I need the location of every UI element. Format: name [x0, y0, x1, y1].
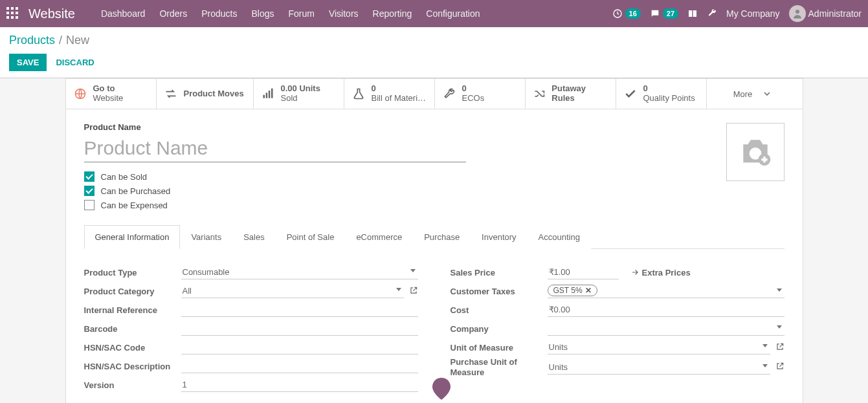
topbar: Website Dashboard Orders Products Blogs … [0, 0, 868, 27]
form-sheet: Go toWebsite Product Moves 0.00 UnitsSol… [65, 78, 803, 403]
nav-blogs[interactable]: Blogs [251, 8, 274, 19]
hsn-desc-label: HSN/SAC Description [84, 362, 181, 371]
tab-variants[interactable]: Variants [180, 225, 232, 249]
stat-bom[interactable]: 0Bill of Materi… [344, 79, 435, 109]
checkbox-icon [84, 171, 95, 182]
topbar-right: 16 27 My Company Administrator [612, 5, 862, 22]
svg-rect-0 [6, 7, 9, 10]
messages-button[interactable]: 27 [650, 8, 678, 19]
apps-icon[interactable] [6, 7, 18, 21]
nav-products[interactable]: Products [201, 8, 237, 19]
check-icon [624, 87, 637, 100]
external-link-icon[interactable] [775, 342, 785, 353]
barcode-input[interactable] [181, 321, 418, 336]
tab-sales[interactable]: Sales [232, 225, 276, 249]
breadcrumb: Products / New [9, 34, 859, 47]
chk-can-be-purchased[interactable]: Can be Purchased [84, 186, 785, 196]
version-input[interactable] [181, 378, 418, 392]
svg-rect-15 [263, 95, 265, 98]
svg-rect-5 [16, 12, 18, 14]
cost-input[interactable] [548, 303, 785, 317]
nav-visitors[interactable]: Visitors [329, 8, 359, 19]
transfer-icon [164, 87, 177, 100]
hsn-code-label: HSN/SAC Code [84, 343, 181, 353]
tabs: General Information Variants Sales Point… [84, 224, 785, 249]
purchase-uom-label: Purchase Unit ofMeasure [451, 357, 548, 377]
purchase-uom-select[interactable] [548, 360, 770, 375]
product-category-select[interactable] [181, 284, 404, 298]
tab-purchase[interactable]: Purchase [413, 225, 471, 249]
external-link-icon[interactable] [775, 362, 785, 373]
barcode-label: Barcode [84, 324, 181, 334]
tab-ecommerce[interactable]: eCommerce [345, 225, 413, 249]
nav-orders[interactable]: Orders [159, 8, 187, 19]
tab-inventory[interactable]: Inventory [471, 225, 527, 249]
remove-tag-icon[interactable]: ✕ [585, 286, 592, 295]
product-type-label: Product Type [84, 268, 181, 278]
wrench-icon[interactable] [707, 8, 717, 20]
stat-sold[interactable]: 0.00 UnitsSold [254, 79, 344, 109]
stat-more[interactable]: More [707, 79, 797, 109]
external-link-icon[interactable] [409, 286, 418, 297]
stat-quality[interactable]: 0Quality Points [616, 79, 707, 109]
uom-select[interactable] [548, 340, 770, 354]
chk-can-be-expensed[interactable]: Can be Expensed [84, 200, 785, 210]
internal-ref-input[interactable] [181, 303, 418, 317]
avatar [789, 5, 806, 22]
chk-can-be-sold[interactable]: Can be Sold [84, 171, 785, 182]
user-menu[interactable]: Administrator [789, 5, 862, 22]
checkbox-icon [84, 186, 95, 196]
camera-plus-icon [737, 134, 773, 170]
company-switcher[interactable]: My Company [726, 8, 779, 19]
flask-icon [352, 87, 365, 100]
internal-ref-label: Internal Reference [84, 305, 181, 315]
product-type-select[interactable] [181, 265, 418, 279]
checkbox-icon [84, 200, 95, 210]
breadcrumb-products[interactable]: Products [9, 34, 55, 47]
tab-accounting[interactable]: Accounting [528, 225, 591, 249]
tax-tag[interactable]: GST 5% ✕ [548, 285, 597, 296]
cost-label: Cost [451, 305, 548, 315]
activities-badge: 16 [625, 8, 641, 19]
save-button[interactable]: SAVE [9, 54, 47, 71]
user-name: Administrator [808, 8, 862, 19]
stat-ecos[interactable]: 0ECOs [435, 79, 526, 109]
tab-point-of-sale[interactable]: Point of Sale [276, 225, 346, 249]
nav-reporting[interactable]: Reporting [373, 8, 412, 19]
product-name-input[interactable] [84, 135, 466, 162]
nav-forum[interactable]: Forum [288, 8, 314, 19]
hsn-desc-input[interactable] [181, 359, 418, 373]
svg-rect-1 [11, 7, 14, 10]
right-column: Sales Price Extra Prices Customer Taxes [451, 263, 785, 395]
stat-product-moves[interactable]: Product Moves [157, 79, 254, 109]
svg-rect-7 [11, 16, 14, 19]
sales-price-label: Sales Price [451, 268, 548, 278]
stat-putaway[interactable]: Putaway Rules [526, 79, 616, 109]
top-nav: Dashboard Orders Products Blogs Forum Vi… [101, 8, 612, 19]
discard-button[interactable]: DISCARD [56, 58, 94, 67]
brand-title[interactable]: Website [28, 6, 75, 21]
svg-rect-16 [265, 93, 267, 98]
svg-rect-12 [692, 10, 693, 17]
product-image-box[interactable] [726, 123, 785, 181]
breadcrumb-current: New [66, 34, 89, 47]
tab-general-information[interactable]: General Information [84, 225, 181, 249]
stat-row: Go toWebsite Product Moves 0.00 UnitsSol… [66, 79, 803, 109]
arrow-right-icon [630, 268, 640, 277]
hsn-code-input[interactable] [181, 340, 418, 354]
extra-prices-link[interactable]: Extra Prices [630, 268, 691, 278]
company-select[interactable] [548, 321, 785, 336]
svg-rect-2 [16, 7, 18, 10]
gift-icon[interactable] [687, 8, 698, 20]
stat-goto-website[interactable]: Go toWebsite [66, 79, 157, 109]
page-header: Products / New SAVE DISCARD [0, 27, 868, 78]
svg-rect-17 [268, 91, 270, 98]
breadcrumb-separator: / [59, 34, 62, 47]
activities-button[interactable]: 16 [612, 8, 641, 19]
svg-rect-3 [6, 12, 9, 14]
nav-configuration[interactable]: Configuration [426, 8, 480, 19]
sales-price-input[interactable] [548, 265, 619, 279]
nav-dashboard[interactable]: Dashboard [101, 8, 146, 19]
customer-taxes-label: Customer Taxes [451, 287, 548, 296]
svg-point-13 [796, 10, 799, 14]
